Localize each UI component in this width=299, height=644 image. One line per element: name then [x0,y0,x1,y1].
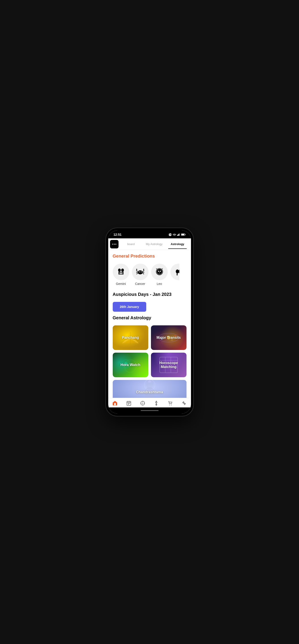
svg-point-71 [171,405,172,406]
panchang-card[interactable]: Panchang [113,325,148,350]
svg-point-7 [118,268,121,272]
auspicious-days-title: Auspicious Days - Jan 2023 [113,292,186,297]
bottom-nav [108,398,191,408]
svg-point-30 [178,270,179,274]
signal-icon [177,233,180,236]
general-astrology-title: General Astrology [113,315,186,320]
auspicious-date-button[interactable]: 26th January [113,302,146,312]
svg-marker-52 [148,380,152,382]
major-transits-card[interactable]: Major Transits [151,325,186,350]
phone-screen: 12:51 [108,230,191,414]
general-predictions-section: General Predictions [108,250,191,264]
zodiac-row: Gemini [108,264,191,288]
svg-point-29 [176,270,179,274]
astro-card-grid: Panchang Major Transits [108,325,191,377]
menu-dots-icon [112,244,116,245]
general-predictions-title: General Predictions [113,254,186,259]
zodiac-cancer[interactable]: Cancer [132,264,148,286]
hora-watch-card[interactable]: Hora Watch [113,353,148,377]
gemini-label: Gemini [116,282,126,286]
svg-rect-12 [118,274,124,274]
svg-line-19 [143,273,144,274]
home-bar [141,410,158,411]
svg-point-20 [139,272,140,272]
leo-icon [154,267,164,276]
nav-broadcast[interactable] [177,400,191,406]
general-astrology-section: General Astrology [108,312,191,325]
svg-line-17 [143,270,144,272]
svg-rect-0 [177,235,178,236]
cancer-circle [132,264,148,280]
zodiac-gemini[interactable]: Gemini [113,264,129,286]
svg-rect-3 [179,233,180,236]
svg-line-16 [136,273,138,274]
status-bar: 12:51 [108,230,191,238]
broadcast-icon [181,400,187,406]
zodiac-virgo[interactable] [170,264,179,286]
leo-label: Leo [157,282,162,286]
auspicious-days-section: Auspicious Days - Jan 2023 [108,288,191,302]
phone-frame: 12:51 [106,228,193,416]
svg-line-14 [136,270,138,272]
svg-point-70 [169,405,170,406]
nav-compass[interactable] [136,400,150,406]
hora-watch-label: Hora Watch [119,363,142,367]
zodiac-leo[interactable]: Leo [151,264,168,286]
svg-point-26 [158,271,159,272]
home-icon [112,400,118,406]
svg-rect-31 [177,273,178,276]
nav-lamp[interactable] [150,400,164,406]
svg-point-27 [160,271,161,272]
home-indicator [108,408,191,414]
major-transits-label: Major Transits [155,336,182,340]
chandrashtama-label: Chandrashtama [134,390,165,394]
menu-button[interactable] [110,240,118,248]
settings-icon [168,233,172,236]
lamp-icon [154,400,159,406]
cancer-icon [135,268,145,276]
status-bar-right [168,233,186,236]
chandrashtama-decoration [132,380,168,398]
svg-point-64 [142,403,143,404]
tab-board[interactable]: board [120,239,143,249]
main-content: General Predictions [108,250,191,398]
tab-astrology[interactable]: Astrology [166,239,189,249]
gemini-icon [116,268,126,276]
svg-rect-11 [118,272,124,272]
compass-icon [140,400,146,406]
svg-point-28 [159,272,160,273]
status-time: 12:51 [114,233,122,236]
horoscope-matching-label: Horoscope Matching [158,361,180,369]
svg-point-21 [141,272,142,272]
calendar-icon [126,400,132,406]
svg-rect-1 [178,234,178,236]
svg-rect-5 [181,234,184,235]
leo-circle [151,264,168,280]
chandrashtama-card[interactable]: Chandrashtama [113,380,186,398]
nav-cart[interactable] [163,400,177,406]
svg-point-9 [121,268,124,272]
cart-icon [167,400,173,406]
svg-rect-2 [179,234,179,236]
wifi-icon [173,233,176,236]
battery-icon [181,233,186,236]
svg-rect-6 [185,234,186,235]
cancer-label: Cancer [135,282,145,286]
nav-tabs: board My Astrology Astrology [108,238,191,250]
nav-home[interactable] [108,400,122,406]
virgo-icon [175,268,179,276]
svg-point-13 [138,270,143,274]
tab-my-astrology[interactable]: My Astrology [143,239,166,249]
gemini-circle [113,264,129,280]
svg-point-72 [184,403,184,404]
panchang-label: Panchang [120,336,141,340]
nav-calendar[interactable] [122,400,136,406]
horoscope-matching-card[interactable]: Horoscope Matching [151,353,186,377]
